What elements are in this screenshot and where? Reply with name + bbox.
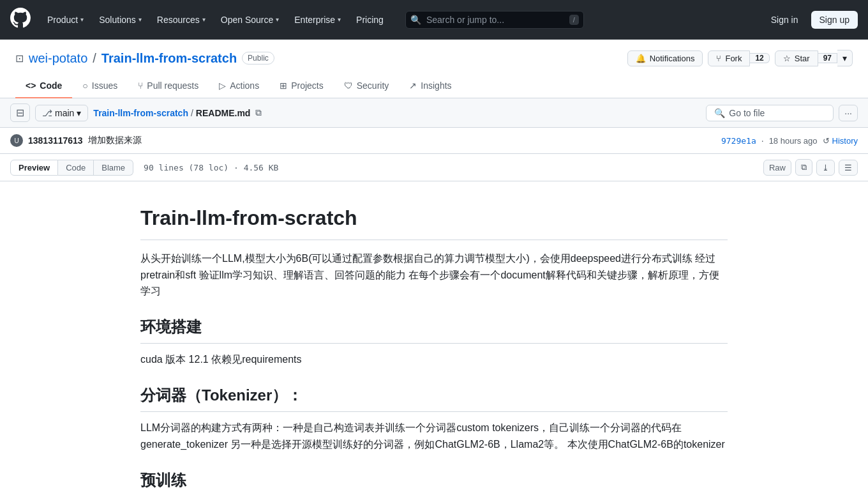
github-logo[interactable]	[10, 8, 31, 32]
chevron-down-icon: ▾	[338, 16, 341, 23]
copy-raw-button[interactable]: ⧉	[795, 159, 812, 176]
code-icon: <>	[26, 80, 36, 91]
download-button[interactable]: ⤓	[816, 160, 835, 176]
readme-section1-content: cuda 版本 12.1 依赖见requirements	[140, 351, 728, 368]
breadcrumb-separator: /	[191, 108, 193, 118]
readme-section3-title: 预训练	[140, 468, 728, 488]
tab-code[interactable]: <> Code	[15, 74, 72, 98]
nav-open-source[interactable]: Open Source ▾	[214, 11, 286, 29]
search-icon: 🔍	[714, 108, 725, 118]
insights-icon: ↗	[409, 80, 417, 91]
bell-icon: 🔔	[636, 54, 646, 63]
view-tabs-bar: Preview Code Blame 90 lines (78 loc) · 4…	[0, 154, 868, 181]
tab-actions[interactable]: ▷ Actions	[209, 74, 269, 98]
commit-hash[interactable]: 9729e1a	[721, 136, 756, 146]
chevron-down-icon: ▾	[276, 16, 279, 23]
repo-visibility-badge: Public	[242, 52, 274, 65]
tab-projects[interactable]: ⊞ Projects	[269, 74, 334, 98]
tab-blame[interactable]: Blame	[94, 160, 133, 176]
nav-solutions[interactable]: Solutions ▾	[93, 11, 148, 29]
commit-author[interactable]: 13813117613	[28, 135, 83, 146]
nav-menu: Product ▾ Solutions ▾ Resources ▾ Open S…	[41, 11, 390, 29]
commit-dot-separator: ·	[761, 135, 764, 146]
history-label: History	[832, 136, 858, 146]
projects-icon: ⊞	[280, 80, 287, 91]
tab-security[interactable]: 🛡 Security	[334, 74, 400, 98]
breadcrumb-repo-link[interactable]: Train-llm-from-scratch	[93, 108, 188, 118]
repo-owner[interactable]: wei-potato	[29, 51, 87, 66]
branch-name: main	[55, 108, 74, 118]
history-button[interactable]: ↺ History	[823, 136, 858, 146]
sidebar-toggle-button[interactable]: ⊟	[10, 103, 30, 122]
sign-in-button[interactable]: Sign in	[763, 11, 806, 28]
readme-section2-content: LLM分词器的构建方式有两种：一种是自己构造词表并训练一个分词器custom t…	[140, 420, 728, 452]
commit-right: 9729e1a · 18 hours ago ↺ History	[721, 135, 858, 146]
nav-enterprise[interactable]: Enterprise ▾	[288, 11, 347, 29]
readme-content: Train-llm-from-scratch 从头开始训练一个LLM,模型大小为…	[115, 181, 753, 488]
nav-product[interactable]: Product ▾	[41, 11, 90, 29]
content-wrapper: ⊟ ⎇ main ▾ Train-llm-from-scratch / READ…	[0, 98, 868, 488]
fork-count[interactable]: 12	[750, 53, 769, 63]
tab-preview[interactable]: Preview	[10, 160, 58, 176]
copy-path-button[interactable]: ⧉	[253, 106, 264, 119]
nav-resources[interactable]: Resources ▾	[151, 11, 212, 29]
raw-button[interactable]: Raw	[763, 160, 791, 176]
issue-icon: ○	[82, 80, 87, 91]
top-navigation: Product ▾ Solutions ▾ Resources ▾ Open S…	[0, 0, 868, 40]
chevron-down-icon: ▾	[138, 16, 142, 23]
commit-bar: U 13813117613 增加数据来源 9729e1a · 18 hours …	[0, 128, 868, 154]
pr-icon: ⑂	[138, 80, 143, 91]
tab-insights[interactable]: ↗ Insights	[399, 74, 461, 98]
file-meta: 90 lines (78 loc) · 4.56 KB	[144, 163, 278, 172]
fork-icon: ⑂	[716, 54, 721, 63]
tab-pull-requests[interactable]: ⑂ Pull requests	[128, 74, 209, 98]
star-button[interactable]: ☆ Star	[775, 50, 818, 66]
more-options-button[interactable]: ···	[839, 105, 858, 121]
repo-name[interactable]: Train-llm-from-scratch	[101, 51, 237, 66]
tab-code-view[interactable]: Code	[58, 160, 94, 176]
notifications-button[interactable]: 🔔 Notifications	[627, 50, 703, 66]
readme-section1-title: 环境搭建	[140, 315, 728, 344]
readme-title: Train-llm-from-scratch	[140, 202, 728, 240]
fork-group: ⑂ Fork 12	[708, 50, 769, 66]
star-icon: ☆	[783, 54, 791, 63]
repo-actions: 🔔 Notifications ⑂ Fork 12 ☆ Star 97 ▾	[627, 50, 853, 66]
tab-issues[interactable]: ○ Issues	[72, 74, 128, 98]
goto-file-label: Go to file	[729, 108, 765, 118]
commit-time: 18 hours ago	[769, 136, 818, 146]
nav-pricing[interactable]: Pricing	[350, 11, 390, 29]
actions-icon: ▷	[219, 80, 226, 91]
branch-selector[interactable]: ⎇ main ▾	[35, 105, 88, 121]
chevron-down-icon: ▾	[80, 16, 84, 23]
breadcrumb-file: README.md	[196, 108, 251, 118]
file-toolbar: ⊟ ⎇ main ▾ Train-llm-from-scratch / READ…	[0, 98, 868, 128]
sign-up-button[interactable]: Sign up	[811, 11, 858, 29]
repo-title-row: ⊡ wei-potato / Train-llm-from-scratch Pu…	[15, 50, 853, 66]
nav-right: Sign in Sign up	[763, 11, 858, 29]
branch-chevron-icon: ▾	[77, 108, 81, 118]
view-actions: Raw ⧉ ⤓ ☰	[763, 159, 858, 176]
outline-button[interactable]: ☰	[839, 160, 858, 176]
search-bar: 🔍 /	[405, 11, 584, 29]
view-tabs-group: Preview Code Blame	[10, 160, 133, 176]
star-count[interactable]: 97	[818, 53, 837, 63]
repo-icon: ⊡	[15, 52, 24, 65]
security-icon: 🛡	[344, 80, 353, 91]
repo-separator: /	[93, 51, 96, 66]
avatar: U	[10, 134, 23, 147]
readme-section2-title: 分词器（Tokenizer）：	[140, 383, 728, 412]
branch-icon: ⎇	[42, 108, 52, 118]
search-shortcut: /	[569, 15, 579, 25]
history-icon: ↺	[823, 136, 830, 146]
commit-message: 增加数据来源	[88, 135, 142, 146]
search-icon: 🔍	[410, 15, 421, 25]
readme-intro: 从头开始训练一个LLM,模型大小为6B(可以通过配置参数根据自己的算力调节模型大…	[140, 250, 728, 300]
repo-tabs: <> Code ○ Issues ⑂ Pull requests ▷ Actio…	[15, 74, 853, 98]
chevron-down-icon: ▾	[202, 16, 206, 23]
star-expand-button[interactable]: ▾	[837, 50, 853, 66]
repo-header: ⊡ wei-potato / Train-llm-from-scratch Pu…	[0, 40, 868, 98]
fork-button[interactable]: ⑂ Fork	[708, 50, 750, 66]
breadcrumb: Train-llm-from-scratch / README.md ⧉	[93, 106, 264, 119]
goto-file-button[interactable]: 🔍 Go to file	[706, 105, 834, 121]
search-input[interactable]	[405, 11, 584, 29]
